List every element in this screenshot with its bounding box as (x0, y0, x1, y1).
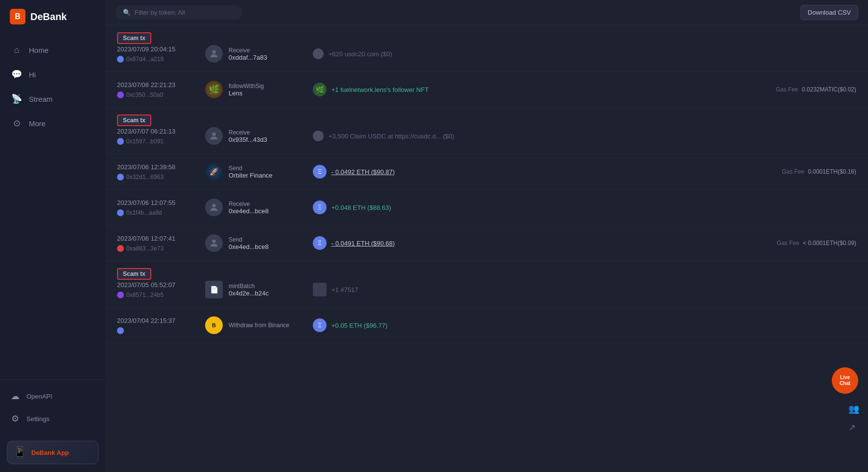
svg-point-1 (212, 133, 215, 136)
gray-token-icon (313, 131, 324, 141)
tx-amount: +1 #7517 (313, 283, 739, 296)
tx-amount: Ξ - 0.0491 ETH ($90.68) (313, 236, 739, 250)
eth-token-icon: Ξ (313, 318, 327, 332)
tx-amount: Ξ - 0.0492 ETH ($90.87) (313, 165, 739, 179)
app-logo[interactable]: B DeBank (0, 0, 105, 33)
tx-date: 2023/07/04 22:15:37 (117, 317, 195, 324)
tx-time: 2023/07/06 12:07:41 0xa883...3e73 (117, 235, 195, 252)
tx-type: mintBatch (229, 283, 269, 290)
sidebar-item-label: More (29, 119, 46, 128)
tx-hash: 0xa883...3e73 (117, 245, 195, 252)
table-row: 2023/07/06 12:07:55 0x1f4b...aa8d Receiv… (105, 190, 868, 225)
tx-name: 0xe4ed...bce8 (229, 207, 269, 215)
gas-value: 0.0001ETH($0.16) (808, 168, 856, 175)
tx-amount: 🌿 +1 fuelnetwork.lens's follower NFT (313, 83, 739, 96)
live-chat-label-line1: Live (840, 375, 850, 381)
more-icon: ⊙ (11, 118, 22, 129)
table-row: Scam tx 2023/07/07 06:21:13 0x1597...b09… (105, 108, 868, 154)
tx-hash (117, 327, 195, 334)
sidebar-item-stream[interactable]: 📡 Stream (0, 87, 105, 111)
share-icon[interactable]: ↗ (848, 422, 859, 433)
tx-time: 2023/07/06 12:39:58 0x32d1...6963 (117, 163, 195, 180)
live-chat-button[interactable]: Live Chat (832, 367, 858, 394)
sidebar-item-more[interactable]: ⊙ More (0, 111, 105, 135)
tx-time: 2023/07/08 22:21:23 0xc350...50a0 (117, 81, 195, 98)
chain-indicator (117, 174, 124, 180)
eth-token-icon: Ξ (313, 165, 327, 179)
lens-avatar: 🌿 (205, 81, 223, 98)
amount-value: +620 usdc20.com ($0) (328, 50, 392, 58)
app-name: DeBank (30, 11, 67, 22)
tx-type: Withdraw from Binance (229, 322, 289, 329)
tx-date: 2023/07/09 20:04:15 (117, 45, 195, 53)
hash-text[interactable]: 0xc350...50a0 (126, 91, 163, 98)
chain-indicator (117, 56, 124, 63)
gas-label: Gas Fee (777, 240, 799, 247)
sidebar-item-settings[interactable]: ⚙ Settings (0, 407, 105, 430)
sidebar-item-home[interactable]: ⌂ Home (0, 38, 105, 62)
tx-type: Send (229, 165, 273, 172)
download-csv-button[interactable]: Download CSV (800, 5, 858, 20)
tx-counterpart: 📄 mintBatch 0x4d2e...b24c (205, 281, 303, 298)
settings-label: Settings (26, 415, 49, 423)
counterpart-info: Send 0xe4ed...bce8 (229, 236, 269, 250)
tx-counterpart: 🚀 Send Orbiter Finance (205, 163, 303, 180)
amount-value: +3,500 Claim USDC at https://cusdc.d... … (328, 133, 454, 140)
logo-icon: B (10, 9, 25, 24)
gas-label: Gas Fee (775, 86, 798, 93)
filter-placeholder: Filter by token: All (135, 9, 185, 16)
cloud-icon: ☁ (10, 391, 21, 402)
table-row: Scam tx 2023/07/09 20:04:15 0x67d4...a21… (105, 25, 868, 72)
stream-icon: 📡 (11, 93, 22, 104)
table-row: 2023/07/04 22:15:37 B Withdraw from Bina… (105, 308, 868, 343)
orbiter-avatar: 🚀 (205, 163, 223, 180)
tx-name: Lens (229, 90, 264, 97)
chain-indicator (117, 138, 124, 145)
tx-amount: Ξ +0.048 ETH ($88.63) (313, 201, 739, 214)
tx-amount: +620 usdc20.com ($0) (313, 48, 739, 59)
tx-counterpart: Receive 0x935f...43d3 (205, 127, 303, 145)
hash-text[interactable]: 0x1597...b091 (126, 138, 164, 145)
main-nav: ⌂ Home 💬 Hi 📡 Stream ⊙ More (0, 33, 105, 380)
tx-date: 2023/07/06 12:07:41 (117, 235, 195, 242)
sidebar-item-openapi[interactable]: ☁ OpenAPI (0, 385, 105, 407)
tx-date: 2023/07/07 06:21:13 (117, 128, 195, 135)
counterpart-info: Receive 0xe4ed...bce8 (229, 201, 269, 215)
hash-text[interactable]: 0x32d1...6963 (126, 174, 164, 180)
hi-icon: 💬 (11, 69, 22, 80)
tx-counterpart: 🌿 followWithSig Lens (205, 81, 303, 98)
counterpart-info: Receive 0x935f...43d3 (229, 129, 267, 143)
table-row: Scam tx 2023/07/05 05:52:07 0x8571...24b… (105, 261, 868, 308)
svg-point-3 (212, 240, 215, 243)
user-group-icon[interactable]: 👥 (848, 404, 859, 414)
chain-indicator (117, 327, 124, 334)
tx-name: 0x4d2e...b24c (229, 290, 269, 297)
tx-time: 2023/07/07 06:21:13 0x1597...b091 (117, 128, 195, 145)
counterpart-info: Withdraw from Binance (229, 322, 289, 329)
address-avatar (205, 45, 223, 63)
amount-value: +1 #7517 (331, 286, 358, 293)
filter-search[interactable]: 🔍 Filter by token: All (115, 5, 242, 20)
tx-hash: 0x32d1...6963 (117, 174, 195, 180)
hash-text[interactable]: 0x8571...24b5 (126, 292, 164, 298)
debank-app-banner[interactable]: 📱 DeBank App (7, 441, 98, 464)
hash-text[interactable]: 0x67d4...a219 (126, 56, 164, 63)
right-side-actions: 👥 ↗ (848, 404, 859, 433)
hash-text[interactable]: 0xa883...3e73 (126, 245, 164, 252)
eth-token-icon: Ξ (313, 236, 327, 250)
openapi-label: OpenAPI (26, 393, 52, 400)
sidebar-item-hi[interactable]: 💬 Hi (0, 62, 105, 87)
address-avatar (205, 199, 223, 216)
tx-hash: 0x8571...24b5 (117, 292, 195, 298)
gray-token-icon (313, 48, 324, 59)
tx-type: Receive (229, 47, 267, 54)
transaction-list: Scam tx 2023/07/09 20:04:15 0x67d4...a21… (105, 25, 868, 472)
hash-text[interactable]: 0x1f4b...aa8d (126, 209, 162, 216)
tx-counterpart: Receive 0xe4ed...bce8 (205, 199, 303, 216)
gas-value: 0.0232MATIC($0.02) (802, 86, 856, 93)
gas-label: Gas Fee (782, 168, 804, 175)
table-row: 2023/07/08 22:21:23 0xc350...50a0 🌿 foll… (105, 72, 868, 108)
tx-name: Orbiter Finance (229, 172, 273, 179)
sidebar-item-label: Stream (29, 95, 52, 103)
counterpart-info: mintBatch 0x4d2e...b24c (229, 283, 269, 297)
